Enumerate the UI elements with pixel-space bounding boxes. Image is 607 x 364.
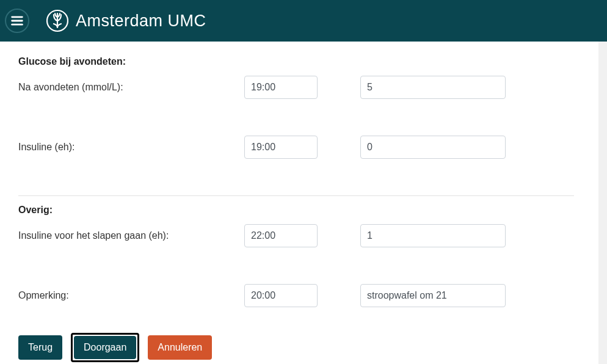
row-after-dinner: Na avondeten (mmol/L): [18, 76, 574, 99]
svg-rect-1 [11, 20, 23, 22]
label-after-dinner: Na avondeten (mmol/L): [18, 76, 244, 93]
app-title: Amsterdam UMC [76, 12, 206, 31]
hamburger-icon [9, 13, 25, 29]
section-title-glucose-dinner: Glucose bij avondeten: [18, 56, 574, 67]
label-insulin-sleep: Insuline voor het slapen gaan (eh): [18, 224, 244, 241]
app-header: Amsterdam UMC [0, 0, 607, 42]
time-input-insulin-sleep[interactable] [244, 224, 318, 247]
time-input-after-dinner[interactable] [244, 76, 318, 99]
tulip-icon [46, 8, 68, 34]
logo: Amsterdam UMC [46, 8, 206, 34]
row-remark: Opmerking: [18, 284, 574, 307]
svg-rect-2 [11, 24, 23, 26]
value-input-remark[interactable] [360, 284, 506, 307]
section-divider [18, 195, 574, 196]
label-insulin-dinner: Insuline (eh): [18, 136, 244, 153]
value-input-insulin-sleep[interactable] [360, 224, 506, 247]
row-insulin-sleep: Insuline voor het slapen gaan (eh): [18, 224, 574, 247]
cancel-button[interactable]: Annuleren [148, 335, 212, 360]
form-content: Glucose bij avondeten: Na avondeten (mmo… [0, 42, 592, 364]
time-input-insulin-dinner[interactable] [244, 136, 318, 159]
value-input-insulin-dinner[interactable] [360, 136, 506, 159]
menu-button[interactable] [5, 9, 29, 33]
button-row: Terug Doorgaan Annuleren [18, 333, 574, 362]
scrollbar-track[interactable] [598, 42, 607, 364]
svg-rect-0 [11, 16, 23, 18]
continue-button-frame: Doorgaan [71, 333, 139, 362]
value-input-after-dinner[interactable] [360, 76, 506, 99]
back-button[interactable]: Terug [18, 335, 62, 360]
row-insulin-dinner: Insuline (eh): [18, 136, 574, 159]
continue-button[interactable]: Doorgaan [74, 336, 136, 359]
time-input-remark[interactable] [244, 284, 318, 307]
section-title-other: Overig: [18, 205, 574, 216]
label-remark: Opmerking: [18, 284, 244, 301]
